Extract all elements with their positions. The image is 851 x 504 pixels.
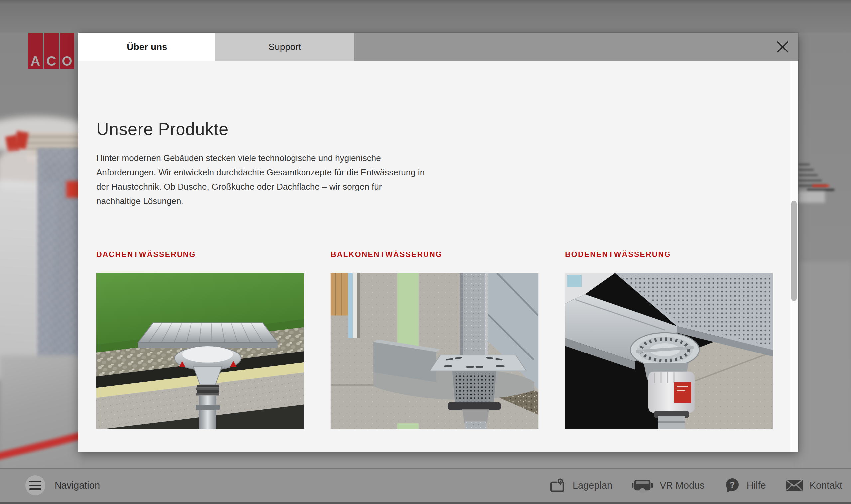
products-dialog: Über uns Support Unsere Produkte Hinter … (78, 33, 798, 452)
category-label: BODENENTWÄSSERUNG (565, 250, 773, 258)
scrollbar-thumb[interactable] (792, 201, 797, 301)
dialog-tabbar: Über uns Support (78, 33, 798, 61)
background-top-strip (0, 0, 851, 33)
balcony-drainage-image (331, 273, 538, 429)
background-blur-shape (37, 148, 81, 364)
background-blur-shape (798, 191, 825, 203)
category-label: DACHENTWÄSSERUNG (96, 250, 304, 258)
background-blur-shape (812, 185, 829, 187)
category-floor-drainage[interactable]: BODENENTWÄSSERUNG (565, 250, 773, 429)
logo-letter: C (47, 54, 56, 68)
bottom-edge-strip (0, 502, 851, 504)
background-blur-shape (798, 169, 814, 171)
tabbar-filler (354, 33, 798, 61)
bar-item-label: Kontakt (810, 480, 843, 491)
navigation-label: Navigation (54, 480, 100, 491)
logo-letter: A (31, 54, 40, 68)
map-location-icon (550, 478, 566, 493)
category-roof-drainage[interactable]: DACHENTWÄSSERUNG (96, 250, 304, 429)
tab-about-us[interactable]: Über uns (78, 33, 215, 61)
bar-item-label: VR Modus (659, 480, 704, 491)
intro-text: Hinter modernen Gebäuden stecken viele t… (96, 151, 427, 208)
bar-item-hilfe[interactable]: ? Hilfe (724, 478, 766, 493)
aco-logo: A C O (28, 33, 74, 69)
dialog-body: Unsere Produkte Hinter modernen Gebäuden… (78, 61, 798, 452)
navigation-button[interactable]: Navigation (25, 469, 100, 502)
background-blur-shape (798, 164, 810, 165)
background-blur-shape (807, 189, 834, 191)
logo-letter: O (62, 54, 72, 68)
tab-support[interactable]: Support (215, 33, 354, 61)
envelope-icon (785, 479, 803, 492)
category-balcony-drainage[interactable]: BALKONENTWÄSSERUNG (331, 250, 538, 429)
help-bubble-icon: ? (724, 478, 740, 493)
bar-item-label: Lageplan (573, 480, 612, 491)
bar-item-lageplan[interactable]: Lageplan (550, 478, 612, 493)
logo-bar: O (60, 33, 74, 69)
logo-bar: C (44, 33, 58, 69)
bottom-bar-actions: Lageplan VR Modus ? Hilfe (550, 469, 843, 502)
hamburger-menu-icon (29, 481, 41, 490)
close-button[interactable] (772, 36, 793, 57)
bar-item-vr-modus[interactable]: VR Modus (632, 478, 704, 493)
bar-item-kontakt[interactable]: Kontakt (785, 479, 843, 492)
hamburger-button-circle[interactable] (25, 475, 45, 496)
vr-headset-icon (632, 478, 653, 493)
scrollbar-track[interactable] (790, 61, 798, 452)
bottom-bar: Navigation Lageplan VR Modus (0, 468, 851, 504)
background-blur-shape (798, 180, 822, 181)
background-blur-shape (798, 262, 851, 469)
logo-bar: A (28, 33, 42, 69)
category-label: BALKONENTWÄSSERUNG (331, 250, 538, 258)
svg-text:?: ? (730, 480, 735, 489)
page-title: Unsere Produkte (96, 119, 229, 139)
bar-item-label: Hilfe (747, 480, 766, 491)
floor-drainage-image (565, 273, 773, 429)
roof-drainage-image (96, 273, 304, 429)
category-row: DACHENTWÄSSERUNG (96, 250, 773, 429)
close-icon (775, 39, 790, 54)
background-blur-shape (798, 175, 818, 176)
